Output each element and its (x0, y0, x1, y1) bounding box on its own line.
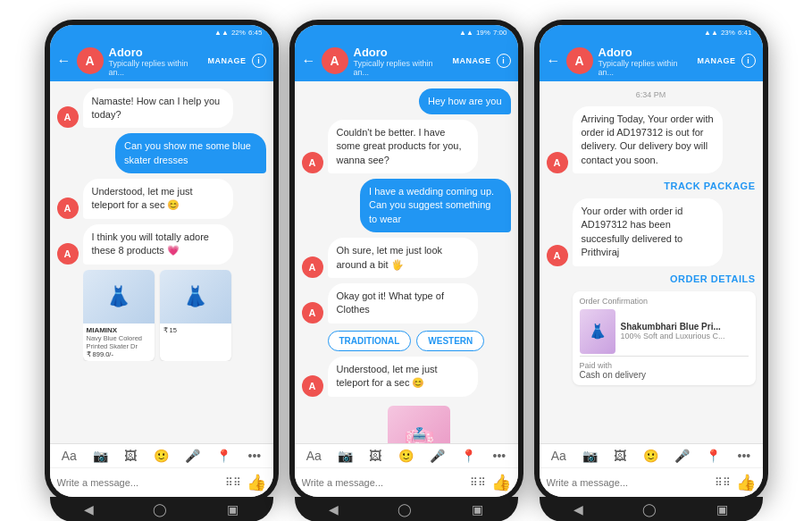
back-button-1[interactable]: ← (57, 53, 71, 69)
traditional-button[interactable]: TRADITIONAL (328, 331, 412, 351)
recent-nav[interactable]: ▣ (472, 502, 483, 517)
camera-icon[interactable]: 📷 (93, 449, 108, 463)
send-icon[interactable]: 👍 (736, 473, 756, 492)
more-icon[interactable]: ••• (248, 449, 262, 463)
manage-button-1[interactable]: MANAGE (208, 56, 247, 65)
recent-nav[interactable]: ▣ (227, 502, 239, 517)
product-image: 👗 (83, 270, 155, 324)
status-bar-2: ▲▲ 19% 7:00 (295, 25, 518, 41)
mic-icon[interactable]: 🎤 (185, 449, 200, 463)
manage-button-2[interactable]: MANAGE (453, 56, 491, 65)
text-icon[interactable]: Aa (306, 449, 322, 463)
back-button-3[interactable]: ← (547, 53, 561, 69)
home-nav[interactable]: ◯ (642, 502, 657, 517)
header-avatar-2: A (322, 47, 348, 74)
chat-area-3: 6:34 PM A Arriving Today, Your order wit… (540, 81, 763, 443)
paid-label: Paid with (580, 361, 749, 370)
msg-row: A I think you will totally adore these 8… (57, 224, 266, 265)
bot-avatar: A (302, 375, 323, 397)
time-stamp: 6:34 PM (547, 90, 756, 99)
order-product-thumbnail: 👗 (580, 309, 615, 354)
home-nav[interactable]: ◯ (153, 502, 167, 517)
header-avatar-1: A (77, 47, 104, 74)
location-icon[interactable]: 📍 (461, 449, 476, 463)
header-name-3: Adoro (599, 46, 692, 59)
time-1: 6:45 (248, 29, 263, 37)
phone-1: ▲▲ 22% 6:45 ← A Adoro Typically replies … (45, 20, 279, 502)
bubble-received: Namaste! How can I help you today? (83, 88, 233, 129)
send-icon[interactable]: 👍 (247, 473, 266, 492)
header-status-1: Typically replies within an... (109, 59, 203, 77)
text-icon[interactable]: Aa (551, 449, 566, 463)
info-icon-2[interactable]: i (497, 54, 511, 68)
sticker-icon[interactable]: ⠿⠿ (225, 476, 241, 489)
track-package-link[interactable]: TRACK PACKAGE (573, 179, 756, 193)
input-row-3: ⠿⠿ 👍 (540, 468, 763, 497)
camera-icon[interactable]: 📷 (338, 449, 353, 463)
header-info-2: Adoro Typically replies within an... (354, 46, 448, 77)
emoji-icon[interactable]: 🙂 (643, 449, 658, 463)
input-row-2: ⠿⠿ 👍 (295, 468, 518, 497)
manage-button-3[interactable]: MANAGE (698, 56, 736, 65)
paid-with-row: Paid with Cash on delivery (580, 361, 749, 380)
emoji-icon[interactable]: 🙂 (398, 449, 414, 463)
bubble-received: Oh sure, let me just look around a bit 🖐 (328, 238, 478, 278)
text-icon[interactable]: Aa (62, 449, 77, 463)
bubble-received: Your order with order id AD197312 has be… (573, 198, 723, 266)
phone-nav-1: ◀ ◯ ▣ (50, 497, 273, 522)
location-icon[interactable]: 📍 (216, 449, 231, 463)
back-nav[interactable]: ◀ (573, 502, 583, 517)
product-brand: MIAMINX (87, 326, 151, 334)
sticker-icon[interactable]: ⠿⠿ (470, 476, 486, 489)
product-price: ₹ 15 (163, 326, 228, 334)
chat-area-1: A Namaste! How can I help you today? Can… (50, 81, 273, 443)
product-card[interactable]: 👗 ₹ 15 (160, 270, 231, 361)
header-info-3: Adoro Typically replies within an... (599, 46, 692, 77)
recent-nav[interactable]: ▣ (716, 502, 728, 517)
battery-3: 23% (721, 29, 735, 37)
message-input-2[interactable] (302, 477, 465, 488)
mic-icon[interactable]: 🎤 (430, 449, 445, 463)
more-icon[interactable]: ••• (738, 449, 751, 463)
info-icon-3[interactable]: i (741, 54, 756, 68)
divider (580, 356, 749, 357)
send-icon[interactable]: 👍 (491, 473, 511, 492)
info-icon-1[interactable]: i (252, 54, 266, 68)
phone-nav-3: ◀ ◯ ▣ (540, 497, 763, 522)
battery-2: 19% (476, 29, 490, 37)
battery-1: 22% (231, 29, 246, 37)
bot-avatar: A (302, 152, 323, 173)
home-nav[interactable]: ◯ (398, 502, 412, 517)
header-name-2: Adoro (354, 46, 448, 59)
message-input-1[interactable] (57, 477, 220, 488)
emoji-icon[interactable]: 🙂 (154, 449, 169, 463)
back-button-2[interactable]: ← (302, 53, 316, 69)
message-input-3[interactable] (547, 477, 709, 488)
back-nav[interactable]: ◀ (329, 502, 339, 517)
western-button[interactable]: WESTERN (416, 331, 484, 351)
sticker-icon[interactable]: ⠿⠿ (715, 476, 731, 489)
back-nav[interactable]: ◀ (84, 502, 94, 517)
camera-icon[interactable]: 📷 (582, 449, 598, 463)
image-icon[interactable]: 🖼 (124, 449, 137, 463)
order-confirm-label: Order Confirmation (580, 297, 749, 306)
msg-row: A Understood, let me just teleport for a… (57, 179, 266, 219)
paid-method: Cash on delivery (580, 370, 749, 380)
order-details-link[interactable]: ORDER DETAILS (573, 272, 756, 286)
chat-header-1: ← A Adoro Typically replies within an...… (50, 41, 273, 81)
image-icon[interactable]: 🖼 (614, 449, 626, 463)
bubble-sent: Hey how are you (419, 88, 511, 114)
msg-row: Can you show me some blue skater dresses (57, 133, 266, 173)
time-3: 6:41 (738, 29, 752, 37)
location-icon[interactable]: 📍 (706, 449, 721, 463)
order-product-info: Shakumbhari Blue Pri... 100% Soft and Lu… (621, 322, 725, 340)
more-icon[interactable]: ••• (493, 449, 506, 463)
msg-row: Hey how are you (302, 88, 511, 114)
mic-icon[interactable]: 🎤 (674, 449, 690, 463)
msg-row: I have a wedding coming up. Can you sugg… (302, 179, 511, 232)
product-card[interactable]: 👗 MIAMINX Navy Blue Colored Printed Skat… (83, 270, 155, 361)
header-avatar-3: A (566, 47, 593, 74)
icon-row-2: Aa 📷 🖼 🙂 🎤 📍 ••• (295, 444, 518, 468)
bottom-bar-3: Aa 📷 🖼 🙂 🎤 📍 ••• ⠿⠿ 👍 (540, 443, 763, 497)
image-icon[interactable]: 🖼 (369, 449, 381, 463)
